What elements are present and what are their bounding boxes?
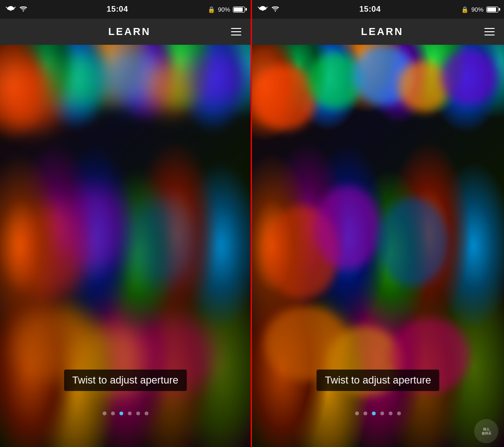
right-batman-icon	[258, 5, 268, 14]
right-time: 15:04	[359, 5, 381, 14]
left-dot-0[interactable]	[103, 412, 106, 415]
right-phone-panel: 15:04 🔒 90% LEARN Tw	[252, 0, 504, 447]
left-menu-line-1	[231, 28, 241, 29]
right-status-bar: 15:04 🔒 90%	[252, 0, 504, 19]
left-dot-5[interactable]	[145, 412, 148, 415]
right-pagination-dots	[252, 412, 504, 415]
left-status-bar: 15:04 🔒 90%	[0, 0, 251, 19]
left-phone-panel: 15:04 🔒 90% LEARN	[0, 0, 252, 447]
right-patch-navy-mid	[378, 198, 448, 286]
left-time: 15:04	[106, 5, 128, 14]
right-patch-orange	[252, 65, 317, 130]
right-dot-1[interactable]	[364, 412, 367, 415]
right-wifi-icon	[272, 5, 279, 14]
left-menu-line-3	[231, 35, 241, 35]
right-dot-2[interactable]	[372, 412, 376, 415]
left-lock-icon: 🔒	[208, 6, 215, 13]
left-battery-icon	[233, 7, 245, 13]
left-dot-3[interactable]	[128, 412, 132, 415]
wifi-icon	[20, 5, 27, 14]
left-image-area: Twist to adjust aperture	[0, 45, 251, 447]
left-pagination-dots	[0, 412, 251, 415]
right-app-title: LEARN	[280, 26, 484, 38]
right-lock-icon: 🔒	[461, 6, 469, 13]
right-battery-fill	[487, 7, 496, 12]
right-patch-purple	[441, 49, 497, 105]
left-battery-pct: 90%	[218, 6, 230, 13]
right-battery-pct: 90%	[471, 6, 483, 13]
left-dot-2[interactable]	[119, 412, 123, 415]
right-status-right: 🔒 90%	[461, 6, 498, 13]
right-dot-4[interactable]	[389, 412, 392, 415]
watermark-text: 值么值得买	[482, 427, 491, 435]
left-menu-button[interactable]	[231, 28, 241, 35]
left-status-left	[6, 5, 27, 14]
batman-icon	[6, 5, 16, 14]
right-menu-line-1	[484, 28, 495, 29]
right-dot-3[interactable]	[380, 412, 384, 415]
right-image-area: Twist to adjust aperture	[252, 45, 504, 447]
right-menu-button[interactable]	[484, 28, 495, 35]
left-battery-fill	[234, 7, 243, 12]
right-patch-violet-mid	[315, 186, 380, 270]
watermark-badge: 值么值得买	[474, 419, 498, 443]
left-caption: Twist to adjust aperture	[64, 370, 187, 391]
right-dot-5[interactable]	[397, 412, 401, 415]
left-app-header: LEARN	[0, 19, 251, 45]
right-dot-0[interactable]	[355, 412, 359, 415]
left-app-title: LEARN	[28, 26, 231, 38]
left-status-right: 🔒 90%	[208, 6, 245, 13]
right-menu-line-3	[484, 35, 495, 35]
right-caption: Twist to adjust aperture	[316, 370, 439, 391]
right-status-left	[258, 5, 279, 14]
right-battery-icon	[486, 7, 498, 13]
left-dot-4[interactable]	[136, 412, 140, 415]
left-dot-1[interactable]	[111, 412, 115, 415]
right-app-header: LEARN	[252, 19, 504, 45]
right-menu-line-2	[484, 31, 495, 32]
left-menu-line-2	[231, 31, 241, 32]
